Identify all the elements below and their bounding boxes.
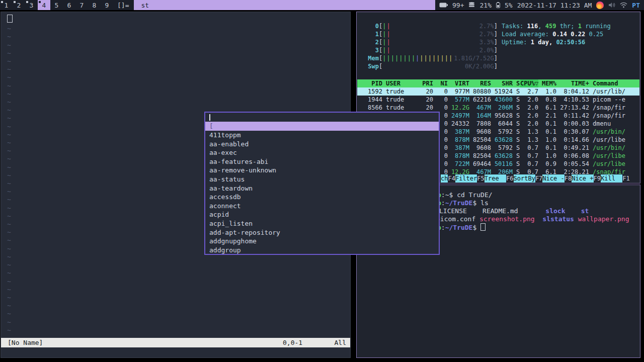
column-header-ni[interactable]: NI [433, 79, 448, 87]
dmenu-item[interactable]: aa-teardown [205, 184, 439, 193]
terminal-segment: screenshot.png [479, 215, 542, 223]
function-key: F8 [565, 174, 572, 183]
dmenu-item[interactable]: accessdb [205, 193, 439, 202]
dmenu-selected-item[interactable]: [ [205, 122, 439, 131]
function-key-label[interactable]: Tree [485, 174, 506, 183]
process-row[interactable]: 1944trude200577M6221643600S2.00.84:10.53… [357, 96, 639, 104]
column-header-res[interactable]: RES [469, 79, 491, 87]
process-row[interactable]: 8566trude20012.2G467M206MS2.06.127:13.42… [357, 104, 639, 112]
process-cell: 6.1 [538, 104, 556, 112]
workspace-tag-9[interactable]: 9 [101, 0, 113, 10]
column-header-pri[interactable]: PRI [419, 79, 433, 87]
dmenu-item[interactable]: 411toppm [205, 131, 439, 140]
process-cell: 5792 [491, 144, 513, 152]
workspace-label: 5 [55, 2, 59, 9]
workspace-tag-6[interactable]: 6 [63, 0, 75, 10]
workspace-tag-5[interactable]: 5 [50, 0, 63, 10]
volume-icon[interactable] [608, 2, 615, 8]
workspace-tag-7[interactable]: 7 [75, 0, 88, 10]
dmenu-item[interactable]: aconnect [205, 202, 439, 211]
dmenu-item[interactable]: addgnupghome [205, 237, 439, 246]
meter-bracket: [ [379, 22, 382, 30]
function-key-label[interactable]: Nice + [572, 174, 593, 183]
process-cell: 2.1 [538, 112, 556, 120]
summary-segment: 0.25 [589, 31, 603, 38]
summary-segment: thr; [556, 23, 578, 30]
function-key-label[interactable]: Nice - [542, 174, 564, 183]
workspace-label: 6 [67, 2, 71, 9]
process-cell: 0.1 [538, 144, 556, 152]
dmenu-item[interactable]: aa-features-abi [205, 157, 439, 166]
column-header-user[interactable]: USER [382, 79, 419, 87]
meter-bar: | [403, 55, 407, 62]
process-cell: 0.7 [520, 152, 538, 160]
vim-scroll-indicator: All [335, 338, 346, 347]
dmenu-item[interactable]: add-apt-repository [205, 228, 439, 237]
process-cell: /usr/libe [589, 160, 639, 168]
workspace-label: 1 [5, 2, 9, 9]
dmenu-item[interactable]: aa-exec [205, 148, 439, 157]
function-key-label[interactable]: Kill [601, 174, 622, 183]
dmenu-item[interactable]: aa-status [205, 175, 439, 184]
process-cell: /snap/fir [589, 112, 639, 120]
terminal-segment: LICENSE [439, 207, 482, 215]
column-header-mem[interactable]: MEM% [538, 79, 556, 87]
process-cell: 0:11.42 [556, 112, 589, 120]
process-cell: S [513, 112, 520, 120]
vim-empty-line: ~ [7, 73, 350, 81]
terminal-segment: ls [476, 199, 488, 207]
dmenu-item[interactable]: acpi_listen [205, 219, 439, 228]
workspace-tag-8[interactable]: 8 [88, 0, 101, 10]
focused-window-title: st [134, 0, 435, 10]
dmenu-item[interactable]: acpid [205, 210, 439, 219]
function-key-label[interactable]: SortBy [514, 174, 535, 183]
process-cell: 977M [448, 87, 469, 96]
function-key-label[interactable]: Filter [455, 174, 477, 183]
keyboard-layout[interactable]: PT [632, 2, 640, 9]
process-cell: 0 [433, 104, 448, 112]
layout-indicator[interactable]: []= [117, 0, 129, 10]
column-header-time[interactable]: TIME+ [556, 79, 589, 87]
vim-empty-line: ~ [7, 33, 350, 41]
meter-bars: || [382, 30, 479, 38]
column-header-shr[interactable]: SHR [491, 79, 513, 87]
workspace-tag-3[interactable]: 3 [25, 0, 38, 10]
meter-bracket: ] [494, 62, 498, 70]
column-header-virt[interactable]: VIRT [448, 79, 469, 87]
meter-value: 2.0% [479, 46, 494, 54]
function-key-label[interactable]: ch [441, 174, 448, 183]
table-header-row[interactable]: PIDUSERPRINIVIRTRESSHRSCPU%▽MEM%TIME+Com… [357, 79, 639, 87]
process-cell: S [513, 144, 520, 152]
summary-segment: 1 day, [531, 39, 556, 46]
dmenu-item[interactable]: aa-remove-unknown [205, 166, 439, 175]
meter-2: 2[||3.3%] [361, 38, 498, 46]
column-header-s[interactable]: S [513, 79, 520, 87]
firefox-icon[interactable] [596, 2, 604, 9]
column-header-cpu[interactable]: CPU%▽ [520, 79, 538, 87]
column-header-command[interactable]: Command [589, 79, 639, 87]
workspace-tag-1[interactable]: 1 [0, 0, 13, 10]
workspace-tag-2[interactable]: 2 [13, 0, 25, 10]
vim-empty-line: ~ [7, 286, 350, 294]
column-header-pid[interactable]: PID [357, 79, 382, 87]
process-row[interactable]: 1592trude200977M8088051924S2.71.08:04.12… [357, 87, 639, 96]
process-cell: 2.0 [520, 96, 538, 104]
meter-bar: | [424, 55, 428, 62]
dmenu-item[interactable]: addgroup [205, 246, 439, 255]
summary-segment: 1 [578, 23, 582, 30]
dmenu-item[interactable]: aa-enabled [205, 140, 439, 149]
vim-statusline: [No Name] 0,0-1 All [1, 338, 350, 347]
dmenu-launcher[interactable]: [ 411toppmaa-enabledaa-execaa-features-a… [204, 112, 440, 255]
vim-empty-line: ~ [7, 278, 350, 286]
workspace-tag-4[interactable]: 4 [38, 0, 50, 10]
process-cell: 1592 [357, 87, 382, 96]
process-cell: 206M [491, 104, 513, 112]
vim-empty-line: ~ [7, 90, 350, 98]
wifi-icon[interactable] [620, 2, 627, 8]
process-cell: 0:49.21 [556, 144, 589, 152]
meter-bracket: ] [494, 38, 498, 46]
workspace-client-indicator [1, 1, 3, 3]
meter-bar: | [412, 55, 416, 62]
process-cell: 878M [448, 152, 469, 160]
dmenu-input[interactable] [205, 113, 439, 122]
